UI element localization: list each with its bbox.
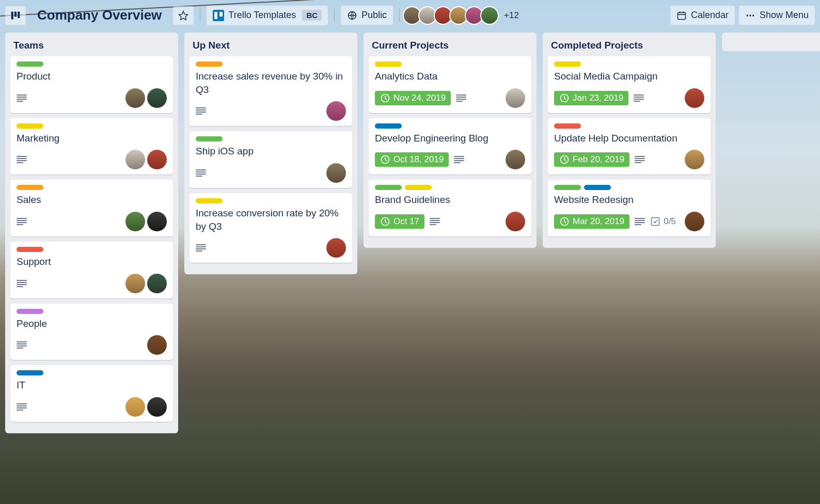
list-title[interactable]: Up Next xyxy=(190,38,352,56)
card-labels xyxy=(17,185,167,190)
label-orange[interactable] xyxy=(196,61,223,67)
member-avatar[interactable] xyxy=(326,101,346,121)
due-date-badge[interactable]: Oct 18, 2019 xyxy=(375,152,449,167)
card-badges xyxy=(196,163,346,183)
member-avatar[interactable] xyxy=(147,88,167,108)
member-avatar[interactable] xyxy=(506,212,525,231)
label-green[interactable] xyxy=(17,61,43,67)
checklist-count: 0/5 xyxy=(664,216,676,227)
due-date-badge[interactable]: Oct 17 xyxy=(375,214,424,229)
member-avatar[interactable] xyxy=(125,88,145,108)
due-date-badge[interactable]: Nov 24, 2019 xyxy=(375,91,451,105)
card-title: Increase conversion rate by 20% by Q3 xyxy=(196,207,346,233)
member-avatar[interactable] xyxy=(685,212,704,231)
svg-point-6 xyxy=(749,14,751,16)
calendar-label: Calendar xyxy=(691,10,729,21)
due-date-badge[interactable]: Jan 23, 2019 xyxy=(554,91,628,105)
member-avatar[interactable] xyxy=(125,397,145,417)
card[interactable]: Increase sales revenue by 30% in Q3 xyxy=(190,56,352,126)
clock-icon xyxy=(559,93,570,103)
description-icon xyxy=(17,280,27,287)
checklist-icon xyxy=(650,216,660,227)
svg-point-7 xyxy=(752,14,754,16)
boards-menu-button[interactable] xyxy=(5,6,26,25)
visibility-button[interactable]: Public xyxy=(341,6,393,25)
member-avatar[interactable] xyxy=(506,150,525,169)
card[interactable]: Analytics DataNov 24, 2019 xyxy=(369,56,531,113)
due-date-badge[interactable]: Feb 20, 2019 xyxy=(554,152,629,167)
trello-logo-icon xyxy=(213,10,224,21)
visibility-label: Public xyxy=(361,10,387,21)
calendar-button[interactable]: Calendar xyxy=(670,6,735,25)
card-labels xyxy=(554,61,704,67)
label-blue[interactable] xyxy=(17,370,43,375)
label-blue[interactable] xyxy=(375,123,402,129)
card[interactable]: Brand GuidelinesOct 17 xyxy=(369,180,531,237)
card-badges: Nov 24, 2019 xyxy=(375,88,525,108)
member-avatar[interactable] xyxy=(125,150,145,169)
member-avatar[interactable] xyxy=(147,274,167,293)
label-orange[interactable] xyxy=(17,185,43,190)
member-avatar[interactable] xyxy=(125,212,145,231)
member-avatar[interactable] xyxy=(506,88,525,108)
description-icon xyxy=(17,341,27,349)
member-avatar[interactable] xyxy=(147,335,167,355)
due-date-badge[interactable]: Mar 20, 2019 xyxy=(554,214,629,229)
svg-rect-0 xyxy=(11,11,13,19)
board-title[interactable]: Company Overview xyxy=(30,4,169,26)
label-red[interactable] xyxy=(17,247,43,252)
star-button[interactable] xyxy=(173,6,194,25)
label-blue[interactable] xyxy=(584,185,611,190)
member-avatar[interactable] xyxy=(326,238,346,258)
description-icon xyxy=(635,156,645,163)
member-avatar[interactable] xyxy=(147,212,167,231)
card[interactable]: Develop Engineering BlogOct 18, 2019 xyxy=(369,118,531,175)
member-avatar[interactable] xyxy=(147,150,167,169)
list-title[interactable]: Current Projects xyxy=(369,38,531,56)
card[interactable]: Social Media CampaignJan 23, 2019 xyxy=(548,56,711,113)
list: Current ProjectsAnalytics DataNov 24, 20… xyxy=(364,33,537,248)
show-menu-button[interactable]: Show Menu xyxy=(739,6,815,25)
card[interactable]: Product xyxy=(10,56,173,113)
label-purple[interactable] xyxy=(17,309,43,314)
separator xyxy=(399,9,400,22)
label-yellow[interactable] xyxy=(375,61,402,67)
label-green[interactable] xyxy=(196,136,223,141)
star-icon xyxy=(178,10,188,21)
label-green[interactable] xyxy=(554,185,581,190)
member-avatar[interactable] xyxy=(326,163,346,183)
label-red[interactable] xyxy=(554,123,581,129)
list-title[interactable]: Teams xyxy=(10,38,173,56)
card[interactable]: Ship iOS app xyxy=(190,131,352,188)
card-members xyxy=(685,212,704,231)
member-avatars[interactable]: +12 xyxy=(406,6,519,25)
list-title[interactable] xyxy=(727,38,820,45)
member-avatar[interactable] xyxy=(685,88,704,108)
card[interactable]: Increase conversion rate by 20% by Q3 xyxy=(190,193,352,263)
label-yellow[interactable] xyxy=(196,198,223,203)
member-avatar[interactable] xyxy=(125,274,145,293)
list-title[interactable]: Completed Projects xyxy=(548,38,711,56)
card[interactable]: IT xyxy=(10,365,173,422)
label-green[interactable] xyxy=(375,185,402,190)
member-avatar[interactable] xyxy=(685,150,704,169)
team-name: Trello Templates xyxy=(228,10,296,21)
label-yellow[interactable] xyxy=(554,61,581,67)
card[interactable]: Marketing xyxy=(10,118,173,175)
member-avatar[interactable] xyxy=(147,397,167,417)
card[interactable]: People xyxy=(10,304,173,360)
member-avatar[interactable] xyxy=(480,6,499,25)
card[interactable]: Website RedesignMar 20, 20190/5 xyxy=(548,180,711,237)
more-members-count[interactable]: +12 xyxy=(504,10,519,21)
label-yellow[interactable] xyxy=(17,123,43,129)
team-button[interactable]: Trello Templates BC xyxy=(207,6,328,25)
globe-icon xyxy=(347,10,357,21)
label-yellow[interactable] xyxy=(405,185,432,190)
card[interactable]: Sales xyxy=(10,180,173,237)
card-labels xyxy=(375,185,525,190)
card-labels xyxy=(554,185,704,190)
card-badges: Oct 18, 2019 xyxy=(375,150,525,169)
card[interactable]: Update Help DocumentationFeb 20, 2019 xyxy=(548,118,711,175)
card[interactable]: Support xyxy=(10,242,173,298)
clock-icon xyxy=(559,216,570,227)
